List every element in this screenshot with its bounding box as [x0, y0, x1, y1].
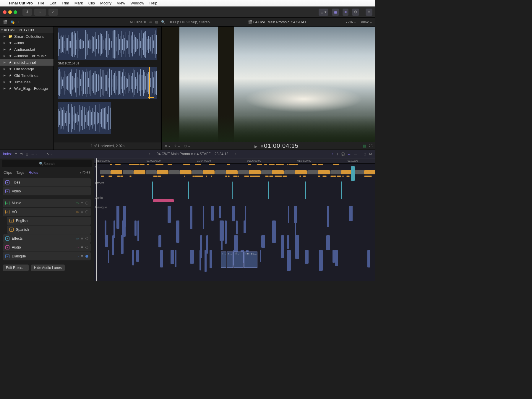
share-button[interactable]: ⇧ [366, 9, 372, 16]
timeline-clip[interactable] [108, 250, 109, 263]
timeline-clip[interactable] [226, 170, 238, 174]
timeline-clip[interactable] [134, 220, 136, 236]
sidebar-item-audiosocket[interactable]: ▶★Audiosocket [0, 46, 53, 53]
timeline-clip[interactable] [158, 176, 161, 177]
timeline-clip[interactable] [288, 206, 289, 223]
timeline-clip[interactable] [364, 170, 375, 174]
timeline-clip[interactable] [153, 199, 174, 202]
timeline-clip[interactable] [318, 170, 330, 174]
timeline-clip[interactable] [284, 170, 295, 174]
connect-icon[interactable]: ⊏ [14, 152, 17, 156]
tab-clips[interactable]: Clips [4, 170, 12, 175]
snap-icon[interactable]: ⫶ [332, 152, 334, 156]
timeline-clip[interactable] [319, 250, 323, 271]
tab-roles[interactable]: Roles [28, 170, 38, 175]
timeline-clip[interactable] [101, 176, 104, 177]
timeline-clip[interactable] [353, 170, 364, 174]
skimming-icon[interactable]: ⫴ [337, 152, 338, 156]
filmstrip-icon[interactable]: ▭ [149, 20, 152, 24]
timeline-clip[interactable] [238, 176, 239, 177]
selected-clip[interactable]: T… [227, 252, 233, 268]
sidebar-item-multichannel[interactable]: ▶★multichannel [0, 59, 53, 66]
timeline-clip[interactable] [195, 164, 201, 165]
menu-view[interactable]: View [117, 1, 125, 5]
view-grid-button[interactable]: ▦ [332, 9, 339, 16]
overwrite-icon[interactable]: ▭ ⌄ [31, 152, 38, 156]
timeline-clip[interactable] [168, 206, 171, 223]
timeline-clip[interactable] [367, 250, 370, 267]
timeline-clip[interactable] [337, 176, 339, 177]
sidebar-item-timelines[interactable]: ▶★Timelines [0, 79, 53, 85]
menu-trim[interactable]: Trim [61, 1, 69, 5]
timeline-clip[interactable] [257, 164, 262, 165]
timeline-clip[interactable] [175, 250, 177, 267]
sidebar-item-old-timellines[interactable]: ▶★Old Timellines [0, 72, 53, 79]
timeline-clip[interactable] [341, 181, 342, 199]
timeline-clip[interactable] [305, 181, 306, 199]
timeline[interactable]: 01:00:00:0001:02:00:0001:04:00:0001:06:0… [94, 158, 375, 281]
tool-select[interactable]: ↖ ⌄ [47, 152, 53, 156]
clip-thumb-3[interactable] [58, 102, 111, 134]
timeline-clip[interactable] [326, 235, 330, 250]
app-menu[interactable]: Final Cut Pro [9, 1, 33, 5]
inspector-button[interactable]: ⚙ [352, 9, 359, 16]
timeline-clip[interactable] [318, 164, 323, 165]
fullscreen-icon[interactable]: ⛶ [369, 144, 372, 147]
timeline-clip[interactable] [158, 235, 162, 247]
timeline-clip[interactable] [225, 220, 226, 244]
library-header[interactable]: ▾ ⊞ CWE_2017103 [0, 27, 53, 33]
viewer-canvas[interactable] [162, 27, 375, 142]
timeline-clip[interactable] [100, 170, 111, 174]
clip-thumb-1[interactable] [58, 28, 157, 60]
retime-icon[interactable]: ◷ ⌄ [184, 144, 190, 148]
timeline-clip[interactable] [171, 250, 174, 264]
transitions-icon[interactable]: ⋈ [369, 152, 372, 156]
timeline-clip[interactable] [268, 181, 269, 199]
timeline-clip[interactable] [305, 250, 309, 264]
timeline-clip[interactable] [330, 176, 334, 177]
timeline-clip[interactable] [264, 164, 267, 165]
timeline-clip[interactable] [134, 170, 145, 174]
timeline-clip[interactable] [112, 235, 114, 255]
role-english[interactable]: ✓English [7, 217, 91, 225]
timeline-clip[interactable] [297, 164, 298, 165]
timeline-clip[interactable] [176, 220, 179, 243]
sidebar-item-old-footage[interactable]: ▶★Old footage [0, 66, 53, 72]
timeline-clip[interactable] [351, 166, 355, 181]
timeline-clip[interactable] [183, 164, 189, 165]
timeline-clip[interactable] [275, 176, 278, 177]
timeline-clip[interactable] [276, 164, 282, 165]
timeline-clip[interactable] [346, 176, 350, 177]
timeline-clip[interactable] [121, 235, 124, 254]
selected-clip[interactable]: Ti… [233, 252, 244, 268]
timeline-clip[interactable] [261, 170, 272, 174]
timeline-clip[interactable] [265, 176, 269, 177]
timeline-clip[interactable] [180, 170, 192, 174]
timeline-clip[interactable] [318, 176, 320, 177]
sidebar-item-war-eag-footage[interactable]: ▶★War_Eag…Footage [0, 85, 53, 92]
timeline-clip[interactable] [105, 220, 106, 239]
index-toggle[interactable]: Index [3, 152, 12, 156]
timeline-clip[interactable] [254, 176, 258, 177]
menu-window[interactable]: Window [130, 1, 144, 5]
menu-modify[interactable]: Modify [100, 1, 111, 5]
play-icon[interactable]: ▶ [254, 144, 258, 149]
timeline-clip[interactable] [234, 176, 236, 177]
hide-lanes-button[interactable]: Hide Audio Lanes [31, 265, 65, 271]
timeline-clip[interactable] [108, 176, 112, 177]
timeline-clip[interactable] [132, 250, 134, 265]
sidebar-item-smart-collections[interactable]: ▶📁Smart Collections [0, 33, 53, 40]
timeline-clip[interactable] [283, 176, 287, 177]
timeline-clip[interactable] [335, 164, 339, 165]
timeline-clip[interactable] [261, 235, 265, 248]
timeline-clip[interactable] [270, 164, 275, 165]
sidebar-item-audio[interactable]: ▶★Audio [0, 40, 53, 46]
timeline-clip[interactable] [188, 181, 189, 199]
timeline-clip[interactable] [190, 250, 194, 264]
clip-appearance-icon[interactable]: ▭ [353, 152, 356, 156]
timeline-clip[interactable] [250, 176, 253, 177]
timeline-clip[interactable] [192, 170, 203, 174]
timeline-clip[interactable] [209, 164, 215, 165]
timeline-clip[interactable] [141, 164, 143, 165]
timeline-clip[interactable] [153, 176, 158, 177]
